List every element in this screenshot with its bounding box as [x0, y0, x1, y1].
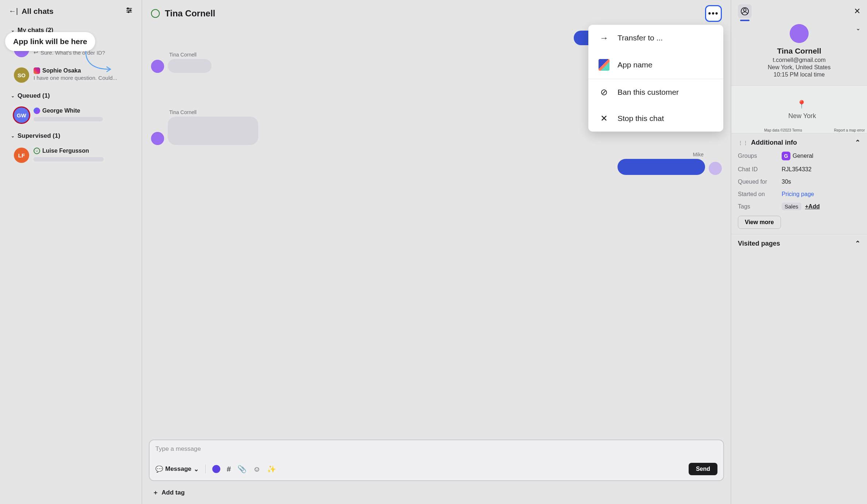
visited-pages-header[interactable]: Visited pages ⌃: [738, 239, 860, 247]
hash-icon[interactable]: #: [227, 465, 231, 473]
tooltip-app-link: App link will be here: [5, 32, 95, 51]
mic-icon[interactable]: [212, 465, 220, 473]
chat-item-sophie[interactable]: SO Sophie Osaka I have one more question…: [0, 62, 142, 88]
sidebar-header: ←| All chats: [0, 0, 142, 22]
avatar: GW: [14, 108, 29, 123]
dropdown-label: Transfer to ...: [618, 34, 663, 42]
messenger-icon: [34, 108, 40, 114]
started-label: Started on: [738, 191, 782, 198]
chat-name: George White: [42, 108, 80, 114]
message-input[interactable]: Type a message: [155, 445, 717, 453]
dropdown-transfer[interactable]: → Transfer to ...: [588, 25, 723, 51]
dropdown-stop[interactable]: ✕ Stop this chat: [588, 105, 723, 132]
section-label: Queued (1): [18, 92, 50, 99]
avatar: SO: [14, 67, 29, 83]
details-header: ✕: [731, 0, 867, 23]
emoji-icon[interactable]: ☺: [253, 465, 260, 473]
map-report-error[interactable]: Report a map error: [834, 128, 865, 132]
section-title: Visited pages: [738, 240, 780, 247]
placeholder-text: [34, 117, 103, 121]
more-options-button[interactable]: •••: [705, 5, 722, 22]
drag-handle-icon[interactable]: ⋮⋮: [738, 140, 748, 146]
send-button[interactable]: Send: [689, 463, 717, 475]
dropdown-label: App name: [618, 60, 653, 69]
svg-point-9: [37, 150, 38, 151]
tags-value: Sales +Add: [782, 203, 860, 210]
add-tag-link[interactable]: +Add: [805, 203, 820, 210]
profile-card: ⌄ Tina Cornell t.cornell@gmail.com New Y…: [731, 23, 867, 85]
more-dropdown: → Transfer to ... App name ⊘ Ban this cu…: [588, 25, 723, 132]
composer: Type a message 💬 Message ⌄ # 📎 ☺ ✨ Send: [149, 439, 724, 481]
close-icon[interactable]: ✕: [854, 7, 860, 16]
dropdown-app[interactable]: App name: [588, 51, 723, 79]
divider: [205, 465, 206, 473]
message-outgoing: [151, 159, 722, 175]
composer-mode-select[interactable]: 💬 Message ⌄: [155, 465, 199, 473]
chat-bubble-icon: 💬: [155, 465, 163, 473]
profile-name: Tina Cornell: [738, 47, 860, 55]
profile-email: t.cornell@gmail.com: [738, 57, 860, 63]
profile-location: New York, United States: [738, 64, 860, 71]
svg-point-8: [36, 150, 36, 151]
section-supervised[interactable]: ⌄ Supervised (1): [0, 128, 142, 142]
app-icon: [599, 59, 609, 71]
ban-icon: ⊘: [599, 87, 609, 97]
svg-point-5: [128, 11, 129, 12]
chevron-down-icon: ⌄: [194, 465, 199, 473]
location-map[interactable]: 📍 New York Map data ©2023 Terms Report a…: [731, 85, 867, 133]
add-tag-label: Add tag: [162, 489, 185, 496]
started-value-link[interactable]: Pricing page: [782, 191, 860, 198]
chat-name: Sophie Osaka: [42, 67, 81, 74]
section-queued[interactable]: ⌄ Queued (1): [0, 88, 142, 102]
svg-point-4: [130, 9, 131, 11]
tag-chip[interactable]: Sales: [782, 203, 801, 210]
back-icon[interactable]: ←|: [9, 7, 18, 15]
add-tag-button[interactable]: ＋ Add tag: [142, 484, 731, 504]
smile-status-icon: [151, 9, 160, 18]
chevron-down-icon: ⌄: [11, 133, 15, 138]
message-bubble: [168, 117, 258, 145]
customer-avatar: [151, 132, 164, 145]
chat-item-luise[interactable]: LF Luise Fergusson: [0, 142, 142, 168]
chevron-down-icon: ⌄: [11, 93, 15, 98]
section-label: Supervised (1): [18, 132, 60, 140]
sidebar-title[interactable]: All chats: [22, 7, 54, 16]
message-sender: Mike: [151, 152, 704, 157]
view-more-button[interactable]: View more: [738, 216, 781, 229]
mode-label: Message: [165, 465, 191, 473]
chevron-down-icon[interactable]: ⌄: [856, 25, 860, 32]
tags-label: Tags: [738, 203, 782, 210]
filter-icon[interactable]: [125, 7, 133, 16]
additional-info-header[interactable]: ⋮⋮Additional info ⌃: [738, 138, 860, 146]
profile-avatar: [790, 24, 809, 43]
instagram-icon: [34, 67, 40, 74]
dropdown-label: Ban this customer: [618, 88, 679, 97]
visited-pages-section: Visited pages ⌃: [731, 234, 867, 253]
chat-item-george[interactable]: GW George White: [0, 102, 142, 128]
magic-icon[interactable]: ✨: [267, 465, 276, 473]
chat-preview: I have one more question. Could...: [34, 75, 117, 81]
profile-time: 10:15 PM local time: [738, 71, 860, 78]
chat-header: Tina Cornell ••• → Transfer to ... App n…: [142, 0, 731, 27]
svg-point-10: [743, 9, 746, 11]
avatar: LF: [14, 148, 29, 163]
arrow-right-icon: →: [599, 33, 609, 43]
additional-info-section: ⋮⋮Additional info ⌃ Groups GGeneral Chat…: [731, 133, 867, 234]
map-city-label: New York: [788, 112, 816, 120]
chat-title: Tina Cornell: [165, 8, 215, 19]
map-pin-icon: 📍: [797, 100, 806, 109]
profile-tab[interactable]: [738, 4, 752, 18]
message-bubble: [168, 59, 212, 73]
customer-avatar: [151, 60, 164, 73]
chatid-label: Chat ID: [738, 166, 782, 173]
map-copyright: Map data ©2023 Terms: [764, 128, 802, 132]
section-title: Additional info: [751, 139, 797, 146]
chat-name: Luise Fergusson: [42, 148, 89, 154]
attachment-icon[interactable]: 📎: [237, 465, 247, 473]
placeholder-text: [34, 157, 104, 161]
dropdown-ban[interactable]: ⊘ Ban this customer: [588, 79, 723, 105]
details-panel: ✕ ⌄ Tina Cornell t.cornell@gmail.com New…: [731, 0, 867, 504]
groups-label: Groups: [738, 153, 782, 159]
sidebar: ←| All chats ⌄ My chats (2) Tina Cornell…: [0, 0, 142, 504]
queued-label: Queued for: [738, 179, 782, 185]
